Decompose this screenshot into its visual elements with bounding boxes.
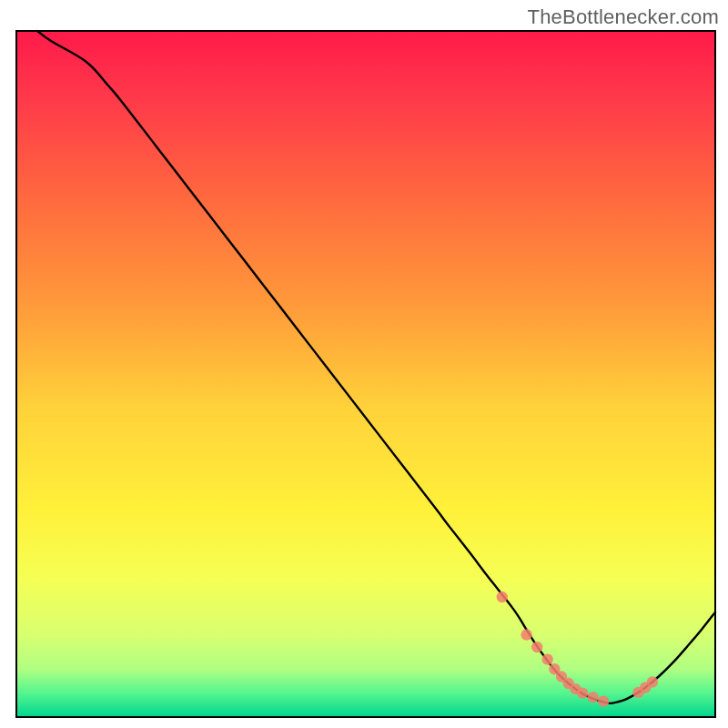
chart-canvas — [0, 0, 728, 728]
highlight-dot — [497, 592, 508, 602]
highlight-dot — [647, 676, 658, 687]
watermark-text: TheBottlenecker.com — [528, 5, 719, 29]
highlight-dot — [541, 653, 552, 664]
highlight-dot — [587, 692, 598, 703]
highlight-dot — [577, 687, 588, 698]
highlight-dot — [531, 642, 542, 652]
plot-background — [16, 31, 715, 717]
highlight-dot — [521, 629, 531, 640]
bottleneck-chart: TheBottlenecker.com — [0, 0, 728, 728]
highlight-dot — [598, 695, 609, 706]
